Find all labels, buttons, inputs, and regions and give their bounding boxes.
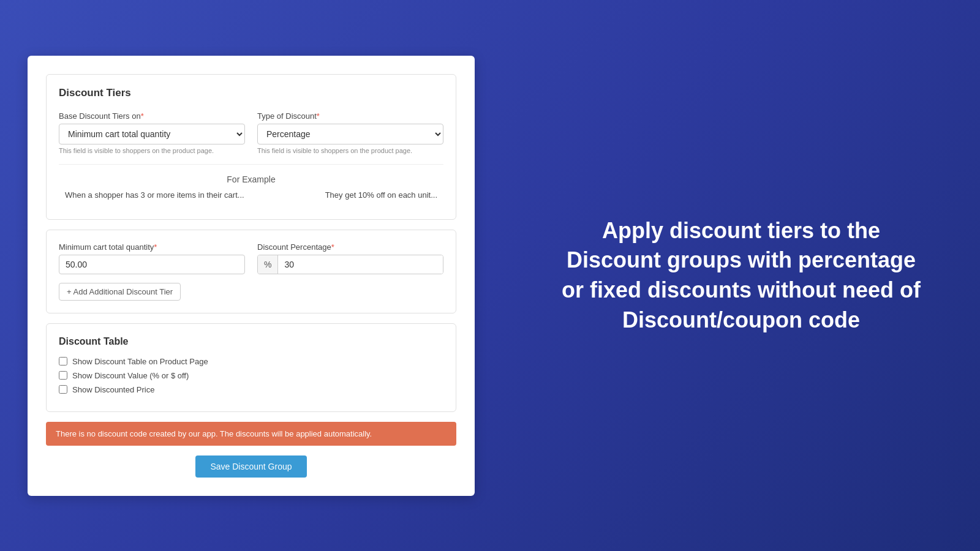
alert-banner: There is no discount code created by our… xyxy=(46,422,456,446)
checkbox3-label: Show Discounted Price xyxy=(72,385,154,394)
left-panel: Discount Tiers Base Discount Tiers on* M… xyxy=(0,0,502,551)
base-discount-hint: This field is visible to shoppers on the… xyxy=(59,147,245,154)
save-discount-group-button[interactable]: Save Discount Group xyxy=(195,455,306,478)
discount-value-input[interactable] xyxy=(278,255,443,274)
base-discount-group: Base Discount Tiers on* Minimum cart tot… xyxy=(59,111,245,154)
tier-section: Minimum cart total quantity* Discount Pe… xyxy=(46,230,456,313)
checkbox1-label: Show Discount Table on Product Page xyxy=(72,357,208,366)
type-discount-label: Type of Discount* xyxy=(257,111,443,121)
checkbox-item-1: Show Discount Table on Product Page xyxy=(59,357,443,366)
min-qty-group: Minimum cart total quantity* xyxy=(59,242,245,274)
type-discount-group: Type of Discount* Percentage Fixed Amoun… xyxy=(257,111,443,154)
form-row-top: Base Discount Tiers on* Minimum cart tot… xyxy=(59,111,443,154)
discount-tiers-section: Discount Tiers Base Discount Tiers on* M… xyxy=(46,74,456,220)
base-discount-select[interactable]: Minimum cart total quantity Minimum cart… xyxy=(59,124,245,144)
discount-pct-group: Discount Percentage* % xyxy=(257,242,443,274)
type-discount-hint: This field is visible to shoppers on the… xyxy=(257,147,443,154)
min-qty-label: Minimum cart total quantity* xyxy=(59,242,245,252)
min-qty-input[interactable] xyxy=(59,255,245,274)
example-box: For Example When a shopper has 3 or more… xyxy=(59,164,443,209)
checkbox-discount-value[interactable] xyxy=(59,371,67,380)
promo-text: Apply discount tiers to the Discount gro… xyxy=(562,216,921,335)
base-discount-label: Base Discount Tiers on* xyxy=(59,111,245,121)
promo-line2: Discount groups with percentage xyxy=(562,246,921,276)
add-tier-button[interactable]: + Add Additional Discount Tier xyxy=(59,283,181,301)
add-tier-label: + Add Additional Discount Tier xyxy=(67,287,173,296)
promo-line4: Discount/coupon code xyxy=(562,305,921,335)
checkbox-discounted-price[interactable] xyxy=(59,385,67,394)
right-panel: Apply discount tiers to the Discount gro… xyxy=(502,0,980,551)
discount-prefix: % xyxy=(258,255,278,274)
discount-tiers-title: Discount Tiers xyxy=(59,87,443,99)
discount-table-section: Discount Table Show Discount Table on Pr… xyxy=(46,323,456,412)
discount-table-title: Discount Table xyxy=(59,336,443,347)
checkbox2-label: Show Discount Value (% or $ off) xyxy=(72,371,189,380)
example-title: For Example xyxy=(59,174,443,184)
type-discount-select[interactable]: Percentage Fixed Amount xyxy=(257,124,443,144)
discount-input-wrapper: % xyxy=(257,255,443,274)
tier-fields: Minimum cart total quantity* Discount Pe… xyxy=(59,242,443,274)
checkbox-item-2: Show Discount Value (% or $ off) xyxy=(59,371,443,380)
main-card: Discount Tiers Base Discount Tiers on* M… xyxy=(28,56,475,496)
example-left: When a shopper has 3 or more items in th… xyxy=(65,190,244,200)
checkbox-product-page[interactable] xyxy=(59,357,67,365)
discount-pct-label: Discount Percentage* xyxy=(257,242,443,252)
example-row: When a shopper has 3 or more items in th… xyxy=(59,190,443,200)
promo-line1: Apply discount tiers to the xyxy=(562,216,921,246)
promo-line3: or fixed discounts without need of xyxy=(562,276,921,305)
checkbox-item-3: Show Discounted Price xyxy=(59,385,443,394)
example-right: They get 10% off on each unit... xyxy=(325,190,437,200)
